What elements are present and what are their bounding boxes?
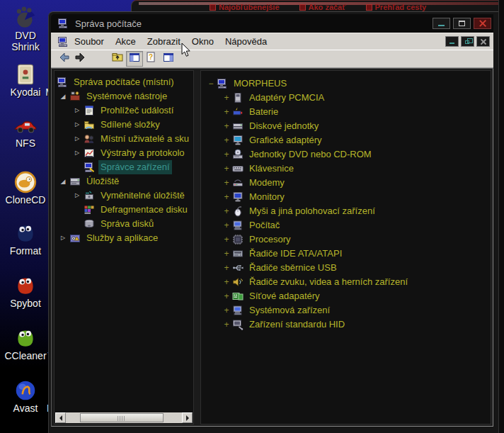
device-item[interactable]: +Adaptéry PCMCIA <box>201 91 491 105</box>
maximize-button[interactable] <box>453 18 471 29</box>
collapse-sign-icon[interactable]: − <box>205 77 217 91</box>
device-item[interactable]: +Síťové adapatéry <box>201 289 491 303</box>
background-toolbar-item[interactable]: Ako začať <box>299 3 346 11</box>
menu-soubor[interactable]: Soubor <box>69 35 110 48</box>
expand-sign-icon[interactable]: + <box>221 105 232 119</box>
desktop-icon-label: Kyodai <box>0 86 51 98</box>
tree-item[interactable]: Správa disků <box>55 217 193 231</box>
desktop-icon-avast[interactable]: AvastN <box>0 378 51 414</box>
expand-sign-icon[interactable]: + <box>221 303 232 317</box>
tree-item[interactable]: ◢Úložiště <box>55 174 193 189</box>
mdi-restore-button[interactable] <box>461 36 474 47</box>
up-one-level-button[interactable] <box>109 51 126 67</box>
device-item[interactable]: +Grafické adaptéry <box>201 133 491 147</box>
device-tree: −MORPHEUS+Adaptéry PCMCIA+Baterie+Diskov… <box>201 71 491 332</box>
collapsed-toggle-icon[interactable]: ▷ <box>71 189 84 203</box>
mdi-minimize-button[interactable] <box>445 36 459 47</box>
tree-item[interactable]: Defragmentace disku <box>55 203 193 217</box>
device-item[interactable]: +Řadiče sběrnice USB <box>201 261 491 275</box>
desktop-icon-kyodai[interactable]: KyodaiM <box>0 62 51 98</box>
maximize-icon <box>459 21 465 26</box>
event-viewer-icon <box>84 105 96 116</box>
device-item[interactable]: +Systémová zařízení <box>201 303 491 317</box>
desktop-icon-nfs[interactable]: NFS <box>0 113 51 149</box>
background-toolbar-item[interactable]: Prehľad cesty <box>366 3 427 11</box>
background-toolbar-item[interactable]: Najobľúbenejšie <box>210 3 280 11</box>
expand-sign-icon[interactable]: + <box>221 147 232 162</box>
help-button[interactable]: ? <box>143 51 160 67</box>
horizontal-scrollbar[interactable] <box>55 412 193 423</box>
device-item[interactable]: −MORPHEUS <box>201 77 491 91</box>
device-item[interactable]: +Jednotky DVD nebo CD-ROM <box>201 147 491 162</box>
mdi-close-button[interactable] <box>476 36 490 47</box>
show-console-tree-button[interactable] <box>126 51 143 67</box>
mdi-minimize-icon <box>449 43 454 44</box>
title-bar[interactable]: Správa počítače <box>51 14 493 33</box>
tree-item[interactable]: Správa počítače (místní) <box>55 75 193 89</box>
collapsed-toggle-icon[interactable]: ▷ <box>57 231 69 245</box>
device-item-label: Procesory <box>247 232 293 247</box>
tree-item[interactable]: ▷Sdílené složky <box>55 118 193 132</box>
desktop-icon-clonecd[interactable]: CloneCD <box>0 170 51 206</box>
expand-sign-icon[interactable]: + <box>221 162 232 176</box>
menu-akce[interactable]: Akce <box>110 35 142 48</box>
expanded-toggle-icon[interactable]: ◢ <box>57 174 69 189</box>
expand-sign-icon[interactable]: + <box>221 275 232 289</box>
device-item[interactable]: +Procesory <box>201 232 491 247</box>
expand-sign-icon[interactable]: + <box>221 289 232 303</box>
expand-sign-icon[interactable]: + <box>221 317 232 332</box>
device-item[interactable]: +Diskové jednotky <box>201 119 491 133</box>
expand-sign-icon[interactable]: + <box>221 176 232 190</box>
desktop-icon-format[interactable]: Format <box>0 221 51 257</box>
collapsed-toggle-icon[interactable]: ▷ <box>71 118 84 132</box>
expand-sign-icon[interactable]: + <box>221 133 232 147</box>
collapsed-toggle-icon[interactable]: ▷ <box>71 146 84 160</box>
device-item[interactable]: +Počítač <box>201 218 491 232</box>
device-item[interactable]: +Klávesnice <box>201 162 491 176</box>
monitor-icon <box>232 191 244 203</box>
scroll-right-button[interactable] <box>182 412 193 423</box>
expand-sign-icon[interactable]: + <box>221 232 232 247</box>
desktop-icon-dvd-shrink[interactable]: DVD Shrink <box>0 6 51 52</box>
menu-zobrazit[interactable]: Zobrazit <box>142 35 186 48</box>
desktop-icon-ccleaner[interactable]: CCleanerT <box>0 326 51 361</box>
expand-sign-icon[interactable]: + <box>221 190 232 204</box>
device-item[interactable]: +Monitory <box>201 190 491 204</box>
device-item[interactable]: +Zařízení standardu HID <box>201 317 491 332</box>
menu-napoveda[interactable]: Nápověda <box>219 35 273 48</box>
system-devices-icon <box>232 220 244 231</box>
device-item[interactable]: +Modemy <box>201 176 491 190</box>
device-item[interactable]: +Řadiče zvuku, videa a herních zařízení <box>201 275 491 289</box>
tree-item[interactable]: ▷Místní uživatelé a sku <box>55 132 193 146</box>
scrollbar-thumb[interactable] <box>80 413 164 422</box>
tree-item[interactable]: ▷Výstrahy a protokolo <box>55 146 193 160</box>
close-button[interactable] <box>474 18 491 29</box>
forward-button[interactable] <box>72 51 89 67</box>
device-list-panel: −MORPHEUS+Adaptéry PCMCIA+Baterie+Diskov… <box>200 70 491 424</box>
scroll-left-button[interactable] <box>55 412 66 423</box>
back-button[interactable] <box>55 51 72 67</box>
tree-item[interactable]: ▷Služby a aplikace <box>55 231 193 245</box>
tree-item[interactable]: Správce zařízení <box>55 160 193 174</box>
collapsed-toggle-icon[interactable]: ▷ <box>71 103 84 118</box>
expanded-toggle-icon[interactable]: ◢ <box>57 89 69 103</box>
minimize-button[interactable] <box>433 18 450 29</box>
expand-sign-icon[interactable]: + <box>221 91 232 105</box>
scrollbar-track[interactable] <box>66 412 182 423</box>
tree-item[interactable]: ▷Vyměnitelné úložiště <box>55 189 193 203</box>
mdi-child-buttons <box>445 36 490 47</box>
tree-item[interactable]: ◢Systémové nástroje <box>55 89 193 103</box>
collapsed-toggle-icon[interactable]: ▷ <box>71 132 84 146</box>
expand-sign-icon[interactable]: + <box>221 247 232 261</box>
desktop-icon-spybot[interactable]: Spybot <box>0 274 51 309</box>
expand-sign-icon[interactable]: + <box>221 204 232 218</box>
device-item[interactable]: +Myši a jiná polohovací zařízení <box>201 204 491 218</box>
tree-item[interactable]: ▷Prohlížeč událostí <box>55 103 193 118</box>
background-window[interactable]: NajobľúbenejšieAko začaťPrehľad cesty <box>131 0 504 11</box>
expand-sign-icon[interactable]: + <box>221 119 232 133</box>
expand-sign-icon[interactable]: + <box>221 261 232 275</box>
expand-sign-icon[interactable]: + <box>221 218 232 232</box>
device-item[interactable]: +Baterie <box>201 105 491 119</box>
show-action-pane-button[interactable] <box>160 51 177 67</box>
device-item[interactable]: +Řadiče IDE ATA/ATAPI <box>201 247 491 261</box>
